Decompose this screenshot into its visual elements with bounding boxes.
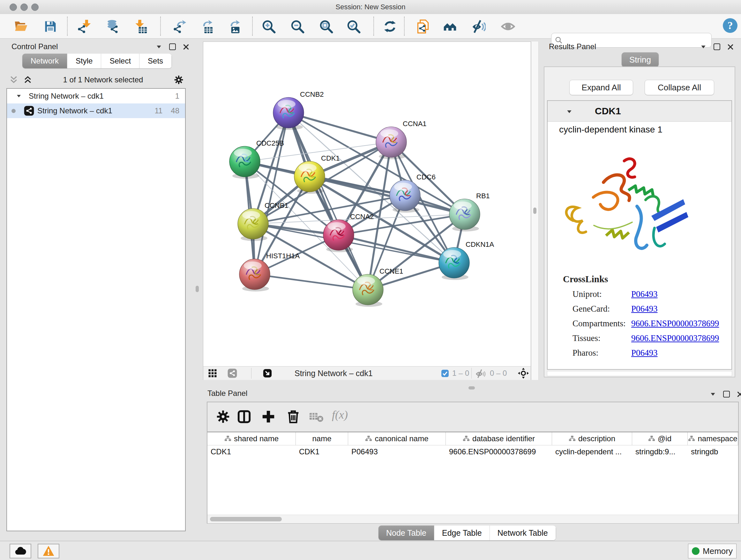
column-header-canonical-name[interactable]: canonical name — [348, 432, 446, 445]
memory-button[interactable]: Memory — [688, 544, 737, 558]
network-results-splitter[interactable] — [531, 42, 539, 380]
network-node-CCNB1[interactable]: CCNB1 — [238, 201, 288, 241]
column-header-database-identifier[interactable]: database identifier — [446, 432, 552, 445]
right-splitter-handle[interactable] — [533, 207, 536, 214]
table-header-row[interactable]: shared namenamecanonical namedatabase id… — [207, 432, 738, 445]
string-document-icon[interactable] — [414, 17, 432, 36]
table-cell[interactable]: cyclin-dependent ... — [552, 445, 632, 458]
expand-all-button[interactable]: Expand All — [569, 80, 633, 95]
network-node-RB1[interactable]: RB1 — [449, 192, 490, 232]
panel-menu-caret-icon[interactable] — [156, 44, 162, 50]
network-collection-row[interactable]: String Network – cdk1 1 — [7, 89, 185, 104]
open-folder-icon[interactable] — [12, 17, 30, 36]
table-cell[interactable]: 9606.ENSP00000378699 — [446, 445, 552, 458]
network-node-CDK1[interactable]: CDK1 — [294, 154, 340, 194]
panel-close-icon[interactable] — [183, 44, 189, 50]
table-row[interactable]: CDK1CDK1P064939606.ENSP00000378699cyclin… — [207, 445, 738, 458]
tab-network[interactable]: Network — [22, 54, 67, 68]
panel-menu-caret-icon[interactable] — [710, 391, 716, 397]
grid-view-icon[interactable] — [208, 368, 217, 379]
refresh-icon[interactable] — [381, 17, 399, 36]
cloud-button[interactable] — [10, 544, 31, 558]
node-result-header[interactable]: CDK1 — [548, 101, 731, 122]
zoom-selected-icon[interactable] — [345, 17, 362, 36]
expand-all-networks-icon[interactable] — [23, 75, 32, 84]
birdseye-view-icon[interactable] — [263, 368, 272, 379]
network-edge[interactable] — [288, 113, 391, 142]
collapse-entry-icon[interactable] — [566, 109, 572, 115]
network-row[interactable]: String Network – cdk1 11 48 — [7, 104, 185, 118]
export-network-icon[interactable] — [171, 17, 189, 36]
show-columns-icon[interactable] — [237, 409, 252, 425]
network-edge[interactable] — [288, 113, 368, 290]
tab-string[interactable]: String — [622, 52, 659, 67]
save-icon[interactable] — [42, 17, 59, 36]
network-node-CCNA1[interactable]: CCNA1 — [376, 120, 427, 159]
panel-close-icon[interactable] — [727, 44, 734, 50]
panel-menu-caret-icon[interactable] — [700, 44, 706, 50]
tab-edge-table[interactable]: Edge Table — [434, 525, 490, 540]
selected-checkbox-icon[interactable] — [441, 369, 449, 379]
table-settings-gear-icon[interactable] — [216, 409, 230, 425]
zoom-out-icon[interactable] — [288, 17, 307, 36]
delete-column-icon[interactable] — [286, 409, 300, 425]
left-splitter-handle[interactable] — [196, 286, 199, 292]
column-header-description[interactable]: description — [552, 432, 632, 445]
move-crosshair-icon[interactable] — [518, 368, 529, 380]
tab-style[interactable]: Style — [67, 54, 101, 68]
warning-button[interactable] — [38, 544, 59, 558]
table-cell[interactable]: stringdb:9... — [632, 445, 688, 458]
home-icon[interactable] — [441, 17, 459, 36]
edge-count: 48 — [171, 106, 179, 115]
column-header-shared-name[interactable]: shared name — [207, 432, 296, 445]
window-title: Session: New Session — [0, 0, 741, 14]
import-database-icon[interactable] — [103, 17, 121, 36]
gray-eye-icon[interactable] — [499, 17, 517, 36]
tree-expand-icon[interactable] — [16, 93, 22, 99]
network-node-HIST1H1A[interactable]: HIST1H1A — [239, 252, 300, 292]
network-node-CCNB2[interactable]: CCNB2 — [273, 90, 324, 130]
import-network-icon[interactable] — [75, 17, 93, 36]
panel-float-icon[interactable] — [169, 44, 176, 50]
network-edge[interactable] — [255, 113, 288, 274]
tab-node-table[interactable]: Node Table — [379, 525, 434, 540]
network-node-CDKN1A[interactable]: CDKN1A — [439, 240, 494, 280]
selected-counts: 1 – 0 — [452, 367, 469, 380]
table-scrollbar-thumb[interactable] — [210, 517, 282, 521]
hide-eye-icon[interactable] — [470, 17, 488, 36]
gear-icon[interactable] — [174, 75, 184, 85]
network-canvas[interactable]: CCNB2CCNA1CDC25BCDK1CDC6RB1CCNB1CCNA2CDK… — [203, 42, 531, 366]
add-column-icon[interactable] — [261, 409, 276, 425]
collapse-all-button[interactable]: Collapse All — [645, 80, 714, 95]
crosslink-link[interactable]: 9606.ENSP00000378699 — [631, 333, 719, 343]
node-label: RB1 — [476, 192, 490, 200]
zoom-in-icon[interactable] — [260, 17, 278, 36]
zoom-fit-icon[interactable] — [317, 17, 335, 36]
column-header-name[interactable]: name — [296, 432, 348, 445]
results-scrollbar-track[interactable] — [547, 371, 732, 376]
network-edge[interactable] — [255, 274, 368, 290]
table-scrollbar-track[interactable] — [207, 515, 738, 523]
panel-float-icon[interactable] — [714, 44, 720, 50]
crosslink-link[interactable]: 9606.ENSP00000378699 — [631, 319, 719, 328]
crosslink-link[interactable]: P06493 — [631, 304, 658, 314]
crosslink-link[interactable]: P06493 — [631, 348, 658, 358]
tab-sets[interactable]: Sets — [139, 54, 172, 68]
table-cell[interactable]: stringdb — [688, 445, 738, 458]
export-table-icon[interactable] — [197, 17, 215, 36]
string-style-icon[interactable] — [227, 368, 237, 379]
help-icon[interactable]: ? — [721, 17, 739, 35]
import-table-icon[interactable] — [131, 17, 149, 36]
tab-network-table[interactable]: Network Table — [490, 525, 556, 540]
tab-select[interactable]: Select — [101, 54, 139, 68]
table-cell[interactable]: P06493 — [348, 445, 446, 458]
table-cell[interactable]: CDK1 — [207, 445, 296, 458]
collapse-all-networks-icon[interactable] — [9, 75, 18, 84]
column-header-@id[interactable]: @id — [632, 432, 688, 445]
column-header-namespace[interactable]: namespace — [688, 432, 738, 445]
panel-float-icon[interactable] — [723, 391, 730, 397]
crosslink-link[interactable]: P06493 — [631, 289, 658, 299]
table-cell[interactable]: CDK1 — [296, 445, 348, 458]
panel-close-icon[interactable] — [737, 391, 741, 397]
export-image-icon[interactable] — [225, 17, 243, 36]
